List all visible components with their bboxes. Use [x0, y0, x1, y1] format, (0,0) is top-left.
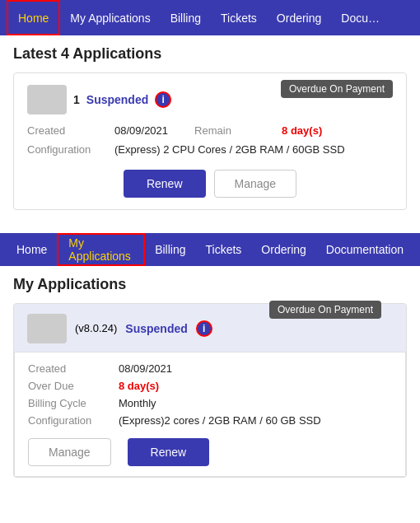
renew-button[interactable]: Renew: [124, 170, 206, 198]
expanded-card-top: (v8.0.24) Suspended i Overdue On Payment: [14, 304, 406, 352]
config-value-exp: (Express)2 cores / 2GB RAM / 60 GB SSD: [119, 414, 321, 427]
top-navbar: Home My Applications Billing Tickets Ord…: [0, 0, 420, 35]
created-label-exp: Created: [28, 362, 119, 375]
nav2-home[interactable]: Home: [7, 233, 57, 266]
status-label-expanded: Suspended: [125, 322, 187, 335]
nav2-ordering[interactable]: Ordering: [251, 233, 315, 266]
detail-overdue: Over Due 8 day(s): [28, 380, 392, 392]
avatar-expanded: [27, 314, 67, 343]
nav2-tickets[interactable]: Tickets: [196, 233, 252, 266]
renew-button-expanded[interactable]: Renew: [128, 438, 210, 466]
card-actions: Renew Manage: [27, 170, 393, 198]
config-label: Configuration: [27, 140, 101, 159]
billing-label: Billing Cycle: [28, 397, 119, 409]
nav-my-applications[interactable]: My Applications: [60, 0, 160, 35]
nav-billing[interactable]: Billing: [161, 0, 211, 35]
created-value: 08/09/2021: [114, 121, 168, 140]
expanded-card-actions: Manage Renew: [28, 438, 392, 466]
app-card-expanded: (v8.0.24) Suspended i Overdue On Payment…: [13, 303, 407, 478]
latest-section-title: Latest 4 Applications: [13, 45, 407, 63]
nav2-documentation[interactable]: Documentation: [316, 233, 413, 266]
app-name: 1: [73, 93, 80, 106]
my-apps-title: My Applications: [13, 276, 407, 293]
nav-home[interactable]: Home: [7, 0, 60, 35]
avatar: [27, 85, 67, 114]
info-icon[interactable]: i: [155, 91, 171, 108]
nav2-my-applications[interactable]: My Applications: [57, 233, 145, 266]
detail-created: Created 08/09/2021: [28, 362, 392, 375]
card-details: Created 08/09/2021 Remain 8 day(s) Confi…: [27, 121, 393, 160]
second-navbar: Home My Applications Billing Tickets Ord…: [0, 233, 420, 266]
overdue-value: 8 day(s): [119, 380, 159, 392]
nav-documentation[interactable]: Docu…: [331, 0, 390, 35]
nav-tickets[interactable]: Tickets: [211, 0, 267, 35]
billing-value: Monthly: [119, 397, 156, 409]
created-label: Created: [27, 121, 101, 140]
status-label: Suspended: [86, 93, 148, 106]
app-version: (v8.0.24): [75, 322, 117, 334]
overdue-tooltip-expanded: Overdue On Payment: [269, 301, 381, 319]
nav2-billing[interactable]: Billing: [145, 233, 195, 266]
manage-button-expanded[interactable]: Manage: [28, 438, 111, 466]
remain-value: 8 day(s): [282, 121, 322, 140]
remain-label: Remain: [194, 121, 268, 140]
detail-config: Configuration (Express)2 cores / 2GB RAM…: [28, 414, 392, 427]
app-card-latest: Overdue On Payment 1 Suspended i Created…: [13, 72, 407, 210]
info-icon-expanded[interactable]: i: [196, 320, 212, 337]
overdue-tooltip: Overdue On Payment: [281, 80, 393, 98]
config-label-exp: Configuration: [28, 414, 119, 427]
overdue-label: Over Due: [28, 380, 119, 392]
manage-button[interactable]: Manage: [214, 170, 297, 198]
detail-billing: Billing Cycle Monthly: [28, 397, 392, 409]
expanded-card-body: Created 08/09/2021 Over Due 8 day(s) Bil…: [14, 352, 406, 477]
nav-ordering[interactable]: Ordering: [267, 0, 331, 35]
latest-section: Latest 4 Applications Overdue On Payment…: [0, 35, 420, 220]
created-value-exp: 08/09/2021: [119, 362, 172, 375]
config-value: (Express) 2 CPU Cores / 2GB RAM / 60GB S…: [114, 140, 345, 159]
my-apps-section: My Applications (v8.0.24) Suspended i Ov…: [0, 266, 420, 488]
